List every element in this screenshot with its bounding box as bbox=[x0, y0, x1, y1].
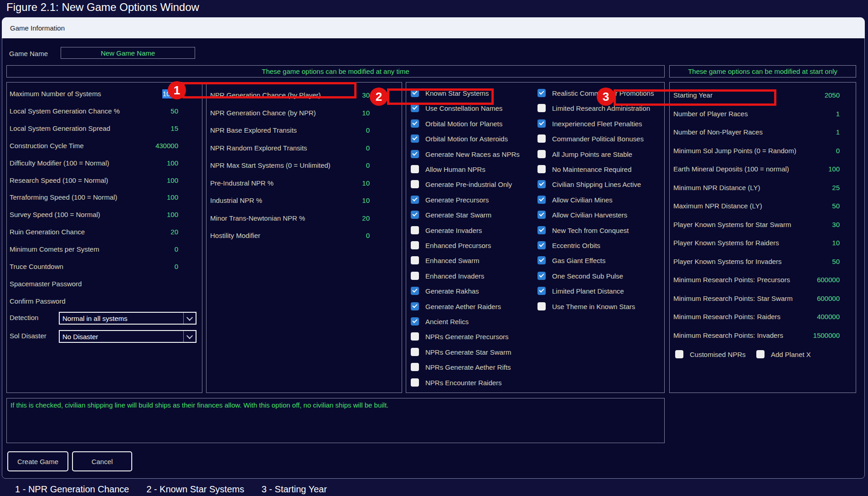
checkbox-label: NPRs Generate Aether Rifts bbox=[425, 363, 511, 372]
figure-caption: 1 - NPR Generation Chance2 - Known Star … bbox=[15, 484, 344, 495]
option-row: Player Known Systems for Star Swarm30 bbox=[670, 220, 856, 229]
create-game-button[interactable]: Create Game bbox=[7, 451, 68, 471]
option-row: Pre-Industral NPR %10 bbox=[207, 179, 402, 188]
option-value[interactable]: 50 bbox=[832, 257, 840, 266]
option-value[interactable]: 50 bbox=[832, 202, 840, 211]
caption-item-1: 1 - NPR Generation Chance bbox=[15, 484, 129, 494]
npr-options-panel: NPR Generation Chance (by Player)30NPR G… bbox=[206, 82, 402, 393]
cancel-button[interactable]: Cancel bbox=[72, 451, 132, 471]
option-value[interactable]: 600000 bbox=[817, 275, 840, 284]
option-value[interactable]: 2050 bbox=[825, 91, 840, 100]
game-name-input[interactable]: New Game Name bbox=[61, 47, 195, 59]
option-row: NPR Base Explored Transits0 bbox=[207, 126, 402, 135]
checkbox[interactable] bbox=[537, 302, 546, 310]
option-value[interactable]: 10 bbox=[362, 179, 370, 188]
checkbox[interactable] bbox=[537, 226, 546, 234]
option-value[interactable]: 0 bbox=[366, 161, 370, 170]
option-value[interactable]: 0 bbox=[175, 262, 178, 271]
chevron-down-icon[interactable] bbox=[183, 313, 196, 324]
checkbox[interactable] bbox=[537, 256, 546, 264]
option-value[interactable]: 10 bbox=[362, 196, 370, 205]
option-value[interactable]: 20 bbox=[170, 227, 178, 237]
option-label: NPR Random Explored Transits bbox=[210, 144, 307, 153]
checkbox[interactable] bbox=[537, 134, 546, 143]
option-row: Maximum NPR Distance (LY)50 bbox=[670, 202, 856, 211]
checkbox[interactable] bbox=[537, 119, 546, 128]
checkbox[interactable] bbox=[537, 196, 546, 204]
option-value[interactable]: 30 bbox=[362, 91, 370, 100]
checkbox[interactable] bbox=[537, 211, 546, 219]
checkbox[interactable] bbox=[537, 180, 546, 188]
option-label: Minimum Research Points: Invaders bbox=[673, 331, 783, 340]
option-value[interactable]: 100 bbox=[828, 165, 840, 174]
option-row: Research Speed (100 = Normal)100 bbox=[7, 176, 202, 185]
option-value[interactable]: 430000 bbox=[155, 141, 178, 150]
checkbox[interactable] bbox=[537, 104, 546, 112]
option-value[interactable]: 100 bbox=[167, 193, 178, 202]
detection-label: Detection bbox=[10, 314, 38, 321]
option-value[interactable]: 100 bbox=[167, 210, 178, 219]
checkbox[interactable] bbox=[411, 317, 419, 326]
annotation-box-3 bbox=[614, 89, 776, 106]
option-row: Earth Mineral Deposits (100 = normal)100 bbox=[670, 165, 856, 174]
checkbox[interactable] bbox=[756, 350, 765, 358]
checkbox[interactable] bbox=[537, 287, 546, 295]
checkbox-label: New Tech from Conquest bbox=[552, 226, 629, 235]
checkbox-label: Commander Political Bonuses bbox=[552, 134, 644, 144]
checkbox-row: All Jump Points are Stable bbox=[406, 150, 664, 159]
option-value[interactable]: 0 bbox=[836, 146, 840, 155]
option-label: Truce Countdown bbox=[10, 262, 63, 271]
option-value[interactable]: 10 bbox=[362, 108, 370, 118]
checkbox[interactable] bbox=[411, 378, 419, 387]
option-value[interactable]: 100 bbox=[167, 159, 178, 168]
option-value[interactable]: 25 bbox=[832, 183, 840, 192]
header-start-only-text: These game options can be modified at st… bbox=[688, 67, 837, 75]
checkbox-label: One Second Sub Pulse bbox=[552, 272, 623, 281]
option-value[interactable]: 10 bbox=[832, 238, 840, 248]
checkbox[interactable] bbox=[411, 332, 419, 341]
checkbox-label: Limited Planet Distance bbox=[552, 287, 624, 296]
option-label: NPR Max Start Systems (0 = Unlimited) bbox=[210, 161, 331, 170]
checkbox-label: Eccentric Orbits bbox=[552, 241, 600, 250]
option-label: Player Known Systems for Invaders bbox=[673, 257, 782, 266]
option-value[interactable]: 0 bbox=[366, 144, 370, 153]
annotation-badge-3: 3 bbox=[597, 88, 615, 106]
option-row: Minimum Research Points: Precursors60000… bbox=[670, 275, 856, 284]
option-label: Minimum Sol Jump Points (0 = Random) bbox=[673, 146, 796, 155]
option-label: Minimum Comets per System bbox=[10, 245, 99, 254]
option-value[interactable]: 400000 bbox=[817, 312, 840, 321]
checkbox[interactable] bbox=[411, 348, 419, 356]
annotation-badge-2: 2 bbox=[370, 88, 388, 106]
option-value[interactable]: 0 bbox=[366, 231, 370, 240]
option-value[interactable]: 0 bbox=[366, 126, 370, 135]
option-row: Local System Generation Spread15 bbox=[7, 124, 202, 133]
option-row: Minor Trans-Newtonian NPR %20 bbox=[207, 214, 402, 223]
option-label: Minimum Research Points: Precursors bbox=[673, 275, 790, 284]
checkbox[interactable] bbox=[537, 150, 546, 158]
sol-disaster-dropdown[interactable]: No Disaster bbox=[59, 330, 196, 343]
checkbox[interactable] bbox=[537, 272, 546, 280]
option-value[interactable]: 100 bbox=[167, 176, 178, 185]
option-value[interactable]: 30 bbox=[832, 220, 840, 229]
checkbox[interactable] bbox=[411, 363, 419, 371]
option-value[interactable]: 1500000 bbox=[813, 331, 840, 340]
option-value[interactable]: 600000 bbox=[817, 294, 840, 303]
option-value[interactable]: 0 bbox=[175, 245, 178, 254]
checkbox[interactable] bbox=[537, 165, 546, 173]
chevron-down-icon[interactable] bbox=[183, 331, 196, 342]
option-label: Terraforming Speed (100 = Normal) bbox=[10, 193, 117, 202]
option-value[interactable]: 20 bbox=[362, 214, 370, 223]
detection-dropdown[interactable]: Normal in all systems bbox=[59, 312, 196, 325]
checkbox-row: One Second Sub Pulse bbox=[406, 272, 664, 281]
option-row: Minimum Research Points: Star Swarm60000… bbox=[670, 294, 856, 303]
checkbox-row: Use Theme in Known Stars bbox=[406, 302, 664, 311]
checkbox-label: NPRs Generate Precursors bbox=[425, 332, 509, 341]
option-value[interactable]: 15 bbox=[170, 124, 178, 133]
option-value[interactable]: 50 bbox=[170, 107, 178, 116]
checkbox[interactable] bbox=[537, 241, 546, 249]
option-row: Spacemaster Password bbox=[7, 279, 202, 289]
checkbox[interactable] bbox=[537, 89, 546, 97]
option-value[interactable]: 1 bbox=[836, 128, 840, 137]
game-name-value: New Game Name bbox=[101, 49, 155, 57]
option-value[interactable]: 1 bbox=[836, 109, 840, 119]
